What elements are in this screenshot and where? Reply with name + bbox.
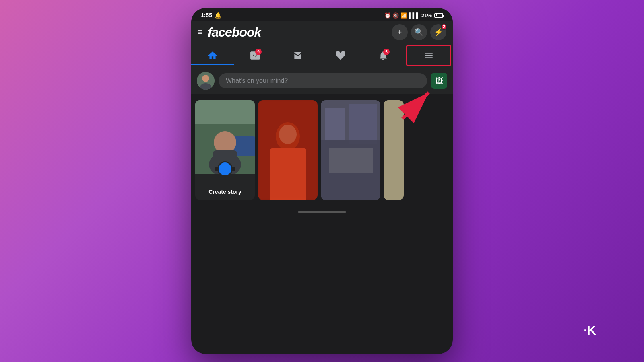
tab-home[interactable] (191, 46, 234, 65)
add-button[interactable]: + (392, 24, 408, 40)
avatar-image (197, 72, 215, 90)
story-add-button[interactable]: + (217, 161, 233, 177)
status-icon-notification: 🔔 (215, 12, 221, 19)
app-header: ≡ facebook + 🔍 ⚡ 2 (191, 21, 453, 43)
phone-frame: 1:55 🔔 ⏰ 🔇 📶 ▌▌▌ 21% ≡ facebook + (191, 8, 453, 354)
create-story-card[interactable]: + Create story (195, 100, 255, 200)
story-card-4[interactable] (384, 100, 404, 200)
svg-rect-22 (321, 100, 380, 200)
watermark-text: ·K (584, 323, 596, 337)
story-4-image (384, 100, 404, 200)
messenger-badge: 2 (441, 23, 447, 30)
tab-marketplace[interactable] (277, 46, 319, 65)
plus-icon: + (222, 163, 228, 175)
svg-point-9 (214, 131, 236, 154)
marketplace-icon (293, 50, 303, 61)
story-2-image (258, 100, 318, 200)
tab-notifications[interactable]: 5 (362, 46, 405, 65)
messenger-icon: ⚡ (434, 28, 443, 37)
avatar-svg (197, 72, 215, 90)
menu-icon (423, 50, 434, 61)
header-left: ≡ facebook (198, 25, 261, 40)
story-3-image (321, 100, 380, 200)
notifications-badge: 5 (383, 49, 390, 55)
tab-reels[interactable]: 9 (234, 46, 277, 65)
user-avatar (197, 72, 215, 90)
status-left: 1:55 🔔 (201, 12, 221, 19)
status-right: ⏰ 🔇 📶 ▌▌▌ 21% (384, 12, 443, 19)
story-card-3[interactable] (321, 100, 380, 200)
nav-tabs: 9 5 (191, 43, 453, 68)
home-indicator (298, 211, 346, 213)
messenger-button[interactable]: ⚡ 2 (430, 24, 446, 40)
status-bar: 1:55 🔔 ⏰ 🔇 📶 ▌▌▌ 21% (191, 8, 453, 21)
create-story-label: Create story (195, 174, 255, 200)
svg-rect-16 (258, 100, 318, 200)
stories-section: + Create story (191, 96, 453, 204)
status-icon-mute: 🔇 (392, 12, 399, 19)
story-card-2[interactable] (258, 100, 318, 200)
photo-video-button[interactable]: 🖼 (431, 73, 447, 89)
home-icon (207, 50, 218, 61)
facebook-logo: facebook (208, 25, 261, 40)
battery-percent: 21% (421, 12, 432, 19)
create-story-text: Create story (208, 189, 242, 195)
watermark: ·K (584, 323, 596, 338)
composer-placeholder: What's on your mind? (226, 77, 288, 84)
status-icon-signal: ▌▌▌ (409, 12, 420, 19)
post-input[interactable]: What's on your mind? (219, 73, 427, 88)
hamburger-menu-icon[interactable]: ≡ (198, 28, 203, 37)
time-display: 1:55 (201, 12, 212, 19)
header-right: + 🔍 ⚡ 2 (392, 24, 446, 40)
photo-icon: 🖼 (435, 76, 443, 86)
bottom-area (191, 204, 453, 220)
hamburger-lines: ≡ (198, 27, 203, 37)
battery-icon (434, 13, 443, 18)
status-icon-wifi: 📶 (400, 12, 407, 19)
dating-icon (335, 50, 346, 61)
status-icon-alarm: ⏰ (384, 12, 391, 19)
tab-menu[interactable] (406, 45, 451, 66)
search-button[interactable]: 🔍 (411, 24, 427, 40)
post-composer: What's on your mind? 🖼 (191, 68, 453, 96)
svg-point-3 (202, 75, 209, 82)
reels-badge: 9 (255, 49, 262, 55)
svg-rect-24 (384, 100, 404, 200)
search-icon: 🔍 (415, 28, 423, 37)
plus-icon: + (398, 28, 402, 37)
tab-dating[interactable] (319, 46, 362, 65)
